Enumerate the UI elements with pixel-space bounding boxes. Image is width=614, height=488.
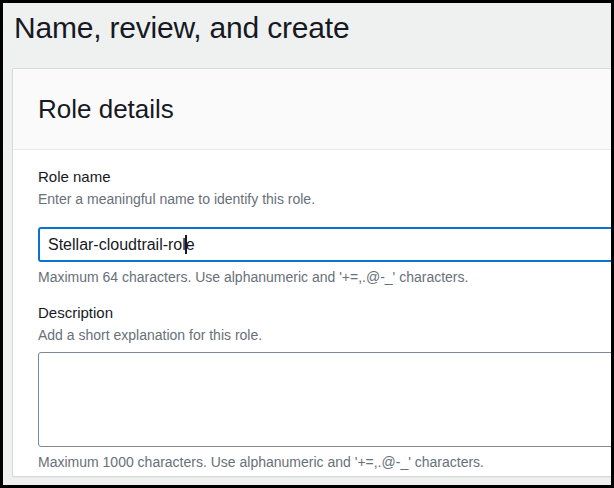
description-helper: Add a short explanation for this role. [38,325,611,345]
role-details-card: Role details Role name Enter a meaningfu… [12,68,611,477]
role-name-input[interactable] [38,227,611,262]
role-name-input-wrap [38,227,611,262]
description-textarea[interactable] [38,352,611,447]
page: Name, review, and create Role details Ro… [0,0,614,488]
description-label: Description [38,303,611,323]
role-name-label: Role name [38,167,611,187]
card-title: Role details [38,94,174,124]
page-title: Name, review, and create [14,10,349,46]
description-constraint: Maximum 1000 characters. Use alphanumeri… [38,452,611,472]
role-name-helper: Enter a meaningful name to identify this… [38,189,611,209]
role-details-card-body: Role name Enter a meaningful name to ide… [13,150,611,472]
role-details-card-header: Role details [13,69,611,150]
text-cursor-caret [185,235,187,254]
role-name-constraint: Maximum 64 characters. Use alphanumeric … [38,267,611,287]
